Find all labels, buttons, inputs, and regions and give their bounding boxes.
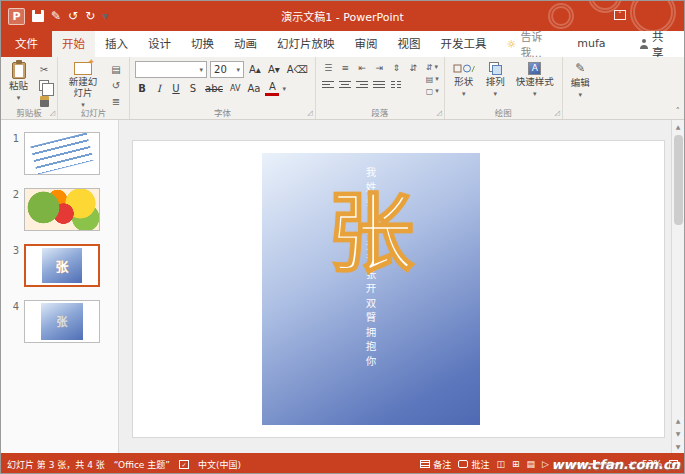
zoom-out-icon[interactable]: − (556, 459, 564, 469)
notes-toggle[interactable]: 备注 (420, 458, 451, 471)
slide-sorter-view-icon[interactable]: ⊞ (512, 459, 520, 469)
clipboard-dialog-launcher[interactable]: ◿ (50, 109, 55, 117)
next-slide-icon[interactable]: ▼ (676, 427, 681, 440)
copy-icon[interactable] (36, 79, 52, 92)
tab-slideshow[interactable]: 幻灯片放映 (267, 31, 345, 57)
font-name-dropdown-icon[interactable]: ▾ (200, 66, 204, 74)
ribbon-display-options-icon[interactable]: ˄ (614, 10, 626, 20)
drawing-dialog-launcher[interactable]: ◿ (554, 109, 559, 117)
font-size-value: 20 (214, 64, 227, 75)
slide-content-box[interactable]: 我姓张，却无法张开双臂拥抱你 张 (262, 153, 480, 425)
scroll-up-icon[interactable]: ▲ (676, 120, 681, 133)
tell-me-box[interactable]: ☼ 告诉我... (497, 31, 568, 57)
redo-icon[interactable]: ↻ (85, 9, 95, 23)
convert-smartart-button[interactable]: ▢▾ (426, 86, 439, 96)
text-direction-button[interactable]: ⇵▾ (426, 62, 439, 72)
tab-transitions[interactable]: 切换 (181, 31, 224, 57)
spell-check-icon[interactable]: ✓ (179, 460, 189, 469)
align-right-icon[interactable] (355, 78, 370, 92)
pen-input-icon[interactable]: ✎ (51, 9, 61, 23)
align-center-icon[interactable] (338, 78, 353, 92)
vertical-scrollbar[interactable]: ▲ ▲ ▼ ▼ (671, 120, 684, 453)
underline-button[interactable]: U (169, 81, 183, 96)
tab-design[interactable]: 设计 (138, 31, 181, 57)
scroll-down-icon[interactable]: ▼ (676, 440, 681, 453)
reset-icon[interactable]: ↺ (108, 79, 124, 92)
shrink-font-icon[interactable]: A▾ (266, 62, 282, 77)
share-button[interactable]: 共享 (627, 31, 684, 57)
paste-button[interactable]: 粘贴 ▾ (6, 61, 31, 103)
columns-icon[interactable] (389, 78, 404, 92)
shapes-button[interactable]: 形状 ▾ (450, 61, 478, 99)
strikethrough-button[interactable]: abc (203, 81, 225, 96)
tab-file[interactable]: 文件 (1, 31, 52, 57)
notes-icon (420, 460, 430, 468)
decrease-indent-icon[interactable]: ⇤ (355, 61, 370, 75)
tab-developer[interactable]: 开发工具 (431, 31, 497, 57)
zoom-in-icon[interactable]: + (627, 459, 635, 469)
align-left-icon[interactable] (321, 78, 336, 92)
scrollbar-thumb[interactable] (674, 135, 683, 225)
powerpoint-app-icon[interactable]: P (8, 8, 25, 25)
fit-to-window-icon[interactable] (669, 460, 678, 469)
slide-2-thumbnail[interactable] (24, 188, 100, 231)
undo-icon[interactable]: ↺ (68, 9, 78, 23)
bullets-icon[interactable]: ☰ (321, 61, 336, 75)
tab-animations[interactable]: 动画 (224, 31, 267, 57)
editing-dropdown-icon[interactable]: ▾ (579, 91, 583, 99)
normal-view-icon[interactable]: ◫ (496, 459, 505, 469)
quick-styles-dropdown-icon[interactable]: ▾ (533, 90, 537, 98)
text-shadow-button[interactable]: S (186, 81, 200, 96)
zoom-slider-handle[interactable] (593, 460, 596, 468)
layout-icon[interactable]: ▤ (108, 63, 124, 76)
save-icon[interactable] (32, 10, 44, 22)
font-color-dropdown-icon[interactable]: ▾ (282, 85, 286, 93)
slide-indicator[interactable]: 幻灯片 第 3 张，共 4 张 (7, 458, 105, 471)
align-text-button[interactable]: ▤▾ (426, 74, 439, 84)
editing-button[interactable]: ✎ 编辑 ▾ (568, 61, 593, 100)
numbering-icon[interactable]: ≡ (338, 61, 353, 75)
font-name-combobox[interactable]: ▾ (135, 61, 207, 78)
paragraph-dialog-launcher[interactable]: ◿ (436, 109, 441, 117)
quick-styles-button[interactable]: A 快速样式 ▾ (513, 61, 557, 99)
slide-3-thumbnail-selected[interactable]: 张 (24, 244, 100, 287)
zoom-slider[interactable] (570, 463, 620, 465)
reading-view-icon[interactable]: ▤ (526, 459, 535, 469)
line-spacing-icon[interactable]: ⇕ (389, 61, 404, 75)
zoom-percentage[interactable]: 53% (642, 459, 662, 469)
shapes-dropdown-icon[interactable]: ▾ (462, 90, 466, 98)
slideshow-view-icon[interactable]: ▷ (542, 459, 549, 469)
paste-dropdown-icon[interactable]: ▾ (17, 94, 21, 102)
theme-indicator[interactable]: “Office 主题” (114, 458, 170, 471)
arrange-dropdown-icon[interactable]: ▾ (494, 90, 498, 98)
bold-button[interactable]: B (135, 81, 149, 96)
font-color-icon[interactable]: A (265, 81, 279, 96)
font-size-combobox[interactable]: 20 ▾ (210, 61, 244, 78)
new-slide-button[interactable]: 新建幻灯片 ▾ (63, 61, 103, 110)
previous-slide-icon[interactable]: ▲ (676, 414, 681, 427)
justify-icon[interactable] (372, 78, 387, 92)
slide-1-thumbnail[interactable] (24, 132, 100, 175)
text-direction-icon[interactable]: ⇵ (406, 61, 421, 75)
increase-indent-icon[interactable]: ⇥ (372, 61, 387, 75)
comments-toggle[interactable]: 批注 (458, 458, 489, 471)
collapse-ribbon-icon[interactable]: ˄ (676, 106, 681, 116)
tab-home[interactable]: 开始 (52, 31, 95, 57)
change-case-icon[interactable]: Aa (245, 81, 262, 96)
qat-customize-icon[interactable]: ▾ (102, 9, 108, 23)
tab-view[interactable]: 视图 (388, 31, 431, 57)
arrange-button[interactable]: 排列 ▾ (483, 61, 508, 99)
big-character[interactable]: 张 (328, 191, 414, 277)
slide-4-thumbnail[interactable]: 张 (24, 300, 100, 343)
language-indicator[interactable]: 中文(中国) (198, 458, 241, 471)
tab-review[interactable]: 审阅 (345, 31, 388, 57)
account-name[interactable]: mufa yu (567, 31, 627, 57)
cut-icon[interactable]: ✂ (36, 63, 52, 76)
tab-insert[interactable]: 插入 (95, 31, 138, 57)
character-spacing-icon[interactable]: AV (228, 81, 242, 96)
font-size-dropdown-icon[interactable]: ▾ (237, 66, 241, 74)
grow-font-icon[interactable]: A▴ (247, 62, 263, 77)
clear-formatting-icon[interactable]: A⌫ (285, 62, 310, 77)
font-dialog-launcher[interactable]: ◿ (307, 109, 312, 117)
italic-button[interactable]: I (152, 81, 166, 96)
